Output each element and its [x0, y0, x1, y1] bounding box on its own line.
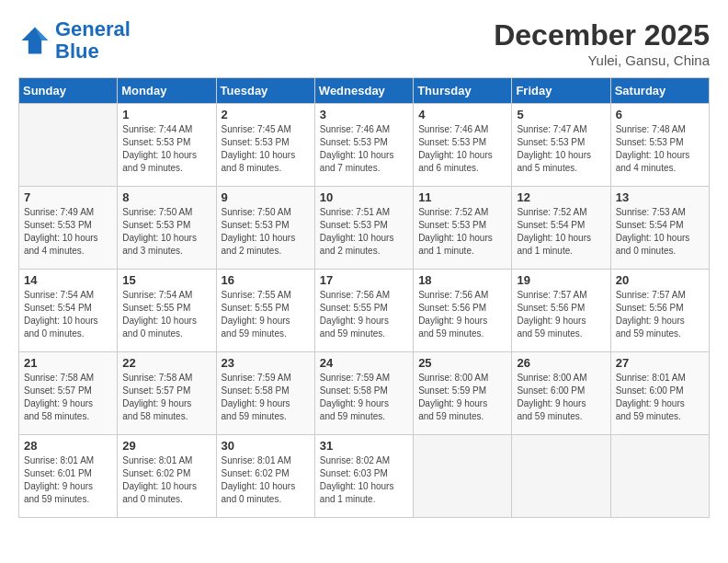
- day-info: Sunrise: 7:59 AM Sunset: 5:58 PM Dayligh…: [222, 372, 310, 423]
- title-section: December 2025 Yulei, Gansu, China: [494, 18, 710, 68]
- day-number: 19: [517, 273, 605, 287]
- day-info: Sunrise: 8:02 AM Sunset: 6:03 PM Dayligh…: [320, 454, 408, 506]
- day-info: Sunrise: 8:00 AM Sunset: 6:00 PM Dayligh…: [517, 372, 605, 423]
- day-info: Sunrise: 7:56 AM Sunset: 5:56 PM Dayligh…: [418, 289, 506, 340]
- calendar-cell: 12Sunrise: 7:52 AM Sunset: 5:54 PM Dayli…: [512, 187, 610, 270]
- page-header: General Blue December 2025 Yulei, Gansu,…: [18, 18, 710, 68]
- calendar-cell: 6Sunrise: 7:48 AM Sunset: 5:53 PM Daylig…: [610, 104, 709, 187]
- day-info: Sunrise: 7:50 AM Sunset: 5:53 PM Dayligh…: [222, 206, 310, 258]
- day-info: Sunrise: 8:00 AM Sunset: 5:59 PM Dayligh…: [418, 372, 506, 423]
- day-number: 24: [320, 356, 408, 370]
- calendar-cell: 19Sunrise: 7:57 AM Sunset: 5:56 PM Dayli…: [512, 270, 610, 352]
- day-number: 8: [122, 190, 210, 204]
- day-info: Sunrise: 7:45 AM Sunset: 5:53 PM Dayligh…: [222, 123, 310, 175]
- calendar-cell: 15Sunrise: 7:54 AM Sunset: 5:55 PM Dayli…: [118, 270, 216, 352]
- location: Yulei, Gansu, China: [494, 52, 710, 68]
- day-number: 20: [616, 273, 704, 287]
- day-info: Sunrise: 7:50 AM Sunset: 5:53 PM Dayligh…: [122, 206, 210, 258]
- weekday-header-wednesday: Wednesday: [314, 78, 413, 104]
- calendar-cell: 29Sunrise: 8:01 AM Sunset: 6:02 PM Dayli…: [118, 435, 216, 518]
- day-number: 31: [320, 439, 408, 453]
- calendar-cell: 24Sunrise: 7:59 AM Sunset: 5:58 PM Dayli…: [314, 352, 413, 435]
- calendar-cell: 7Sunrise: 7:49 AM Sunset: 5:53 PM Daylig…: [19, 187, 118, 270]
- day-number: 10: [320, 190, 408, 204]
- calendar-cell: 13Sunrise: 7:53 AM Sunset: 5:54 PM Dayli…: [610, 187, 709, 270]
- day-number: 17: [320, 273, 408, 287]
- day-info: Sunrise: 7:55 AM Sunset: 5:55 PM Dayligh…: [222, 289, 310, 340]
- calendar-cell: 26Sunrise: 8:00 AM Sunset: 6:00 PM Dayli…: [512, 352, 610, 435]
- weekday-header-monday: Monday: [118, 78, 216, 104]
- calendar-cell: 23Sunrise: 7:59 AM Sunset: 5:58 PM Dayli…: [216, 352, 314, 435]
- calendar-cell: 5Sunrise: 7:47 AM Sunset: 5:53 PM Daylig…: [512, 104, 610, 187]
- calendar-cell: [19, 104, 118, 187]
- day-number: 13: [616, 190, 704, 204]
- day-info: Sunrise: 8:01 AM Sunset: 6:01 PM Dayligh…: [24, 454, 112, 506]
- day-info: Sunrise: 7:52 AM Sunset: 5:54 PM Dayligh…: [517, 206, 605, 258]
- day-number: 2: [222, 108, 310, 121]
- day-number: 15: [122, 273, 210, 287]
- day-info: Sunrise: 8:01 AM Sunset: 6:02 PM Dayligh…: [222, 454, 310, 506]
- weekday-header-thursday: Thursday: [414, 78, 512, 104]
- day-number: 26: [517, 356, 605, 370]
- calendar-cell: 11Sunrise: 7:52 AM Sunset: 5:53 PM Dayli…: [414, 187, 512, 270]
- calendar-cell: 9Sunrise: 7:50 AM Sunset: 5:53 PM Daylig…: [216, 187, 314, 270]
- day-number: 28: [24, 439, 112, 453]
- day-number: 25: [418, 356, 506, 370]
- calendar-cell: 28Sunrise: 8:01 AM Sunset: 6:01 PM Dayli…: [19, 435, 118, 518]
- calendar-cell: 18Sunrise: 7:56 AM Sunset: 5:56 PM Dayli…: [414, 270, 512, 352]
- day-info: Sunrise: 7:49 AM Sunset: 5:53 PM Dayligh…: [24, 206, 112, 258]
- day-info: Sunrise: 7:54 AM Sunset: 5:55 PM Dayligh…: [122, 289, 210, 340]
- day-number: 21: [24, 356, 112, 370]
- weekday-header-sunday: Sunday: [19, 78, 118, 104]
- logo-icon: [18, 24, 51, 57]
- day-number: 12: [517, 190, 605, 204]
- day-info: Sunrise: 7:48 AM Sunset: 5:53 PM Dayligh…: [616, 123, 704, 175]
- day-info: Sunrise: 7:52 AM Sunset: 5:53 PM Dayligh…: [418, 206, 506, 258]
- calendar-cell: 20Sunrise: 7:57 AM Sunset: 5:56 PM Dayli…: [610, 270, 709, 352]
- day-info: Sunrise: 7:53 AM Sunset: 5:54 PM Dayligh…: [616, 206, 704, 258]
- day-info: Sunrise: 7:57 AM Sunset: 5:56 PM Dayligh…: [616, 289, 704, 340]
- calendar-cell: [414, 435, 512, 518]
- weekday-header-tuesday: Tuesday: [216, 78, 314, 104]
- weekday-header-saturday: Saturday: [610, 78, 709, 104]
- day-number: 30: [222, 439, 310, 453]
- day-info: Sunrise: 7:44 AM Sunset: 5:53 PM Dayligh…: [122, 123, 210, 175]
- calendar-cell: 14Sunrise: 7:54 AM Sunset: 5:54 PM Dayli…: [19, 270, 118, 352]
- logo-text: General Blue: [55, 18, 131, 63]
- calendar-cell: 4Sunrise: 7:46 AM Sunset: 5:53 PM Daylig…: [414, 104, 512, 187]
- day-number: 29: [122, 439, 210, 453]
- calendar-cell: 17Sunrise: 7:56 AM Sunset: 5:55 PM Dayli…: [314, 270, 413, 352]
- calendar-cell: 2Sunrise: 7:45 AM Sunset: 5:53 PM Daylig…: [216, 104, 314, 187]
- day-info: Sunrise: 7:56 AM Sunset: 5:55 PM Dayligh…: [320, 289, 408, 340]
- day-number: 9: [222, 190, 310, 204]
- day-number: 16: [222, 273, 310, 287]
- day-number: 14: [24, 273, 112, 287]
- calendar-cell: [512, 435, 610, 518]
- day-number: 23: [222, 356, 310, 370]
- day-number: 27: [616, 356, 704, 370]
- day-number: 3: [320, 108, 408, 121]
- day-info: Sunrise: 7:57 AM Sunset: 5:56 PM Dayligh…: [517, 289, 605, 340]
- day-info: Sunrise: 7:59 AM Sunset: 5:58 PM Dayligh…: [320, 372, 408, 423]
- day-number: 22: [122, 356, 210, 370]
- day-number: 11: [418, 190, 506, 204]
- day-number: 6: [616, 108, 704, 121]
- calendar-table: SundayMondayTuesdayWednesdayThursdayFrid…: [18, 77, 710, 518]
- day-number: 18: [418, 273, 506, 287]
- calendar-cell: 10Sunrise: 7:51 AM Sunset: 5:53 PM Dayli…: [314, 187, 413, 270]
- calendar-cell: 22Sunrise: 7:58 AM Sunset: 5:57 PM Dayli…: [118, 352, 216, 435]
- day-info: Sunrise: 7:58 AM Sunset: 5:57 PM Dayligh…: [24, 372, 112, 423]
- day-number: 7: [24, 190, 112, 204]
- calendar-cell: 31Sunrise: 8:02 AM Sunset: 6:03 PM Dayli…: [314, 435, 413, 518]
- calendar-cell: 3Sunrise: 7:46 AM Sunset: 5:53 PM Daylig…: [314, 104, 413, 187]
- day-number: 4: [418, 108, 506, 121]
- month-title: December 2025: [494, 18, 710, 52]
- day-info: Sunrise: 8:01 AM Sunset: 6:02 PM Dayligh…: [122, 454, 210, 506]
- logo: General Blue: [18, 18, 131, 63]
- day-info: Sunrise: 7:58 AM Sunset: 5:57 PM Dayligh…: [122, 372, 210, 423]
- day-info: Sunrise: 7:46 AM Sunset: 5:53 PM Dayligh…: [320, 123, 408, 175]
- calendar-cell: 27Sunrise: 8:01 AM Sunset: 6:00 PM Dayli…: [610, 352, 709, 435]
- calendar-cell: 1Sunrise: 7:44 AM Sunset: 5:53 PM Daylig…: [118, 104, 216, 187]
- day-info: Sunrise: 7:46 AM Sunset: 5:53 PM Dayligh…: [418, 123, 506, 175]
- calendar-cell: 8Sunrise: 7:50 AM Sunset: 5:53 PM Daylig…: [118, 187, 216, 270]
